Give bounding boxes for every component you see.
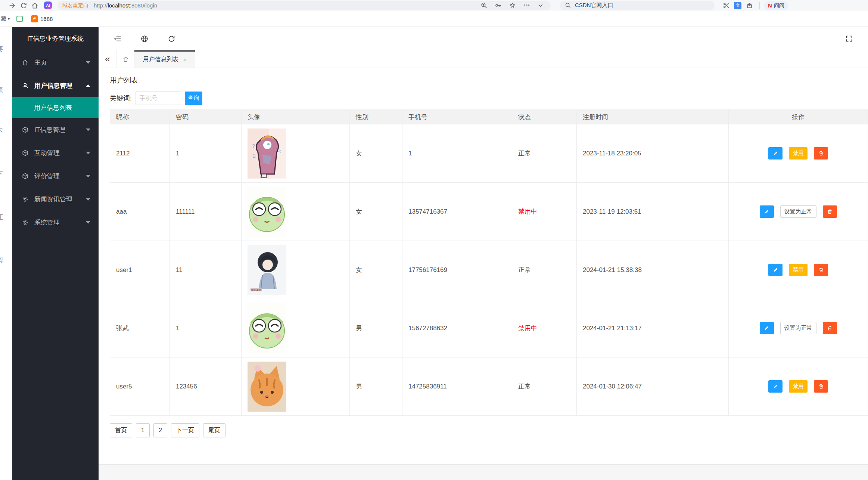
- reload-icon[interactable]: [18, 1, 29, 10]
- cell-gender: 女: [350, 183, 402, 241]
- cell-status: 正常: [512, 241, 577, 299]
- pencil-icon: [773, 384, 778, 389]
- tab-user-list[interactable]: 用户信息列表 ×: [134, 50, 195, 68]
- address-bar[interactable]: 域名重定向 http://localhost:8080/login: [58, 1, 551, 10]
- chevron-down-icon: [86, 175, 90, 177]
- tab-bar: « 用户信息列表 ×: [99, 50, 868, 68]
- table-row: user5 123456: [110, 357, 868, 416]
- delete-button[interactable]: [814, 380, 828, 393]
- cell-nickname: user5: [110, 357, 170, 416]
- forward-icon[interactable]: [7, 1, 18, 10]
- tab-label: 用户信息列表: [143, 56, 179, 64]
- sidebar-item-system[interactable]: 系统管理: [12, 211, 99, 234]
- sidebar-item-label: 主页: [34, 58, 47, 67]
- sidebar-subitem-user-list-active[interactable]: 用户信息列表: [12, 97, 99, 118]
- cell-nickname: 2112: [110, 124, 170, 183]
- collapse-tabs-icon[interactable]: «: [99, 50, 116, 68]
- table-row: user1 11 感知美好: [110, 241, 868, 299]
- tab-home[interactable]: [116, 50, 134, 68]
- trash-icon: [818, 267, 824, 273]
- clipped-glyph: 下: [0, 170, 3, 178]
- enable-button[interactable]: 设置为正常: [780, 205, 816, 218]
- keyword-input[interactable]: [136, 91, 181, 105]
- enable-button[interactable]: 设置为正常: [780, 322, 816, 334]
- cell-avatar: [242, 183, 350, 241]
- more-options-icon[interactable]: [521, 1, 532, 10]
- query-button[interactable]: 查询: [185, 92, 202, 105]
- bookmark-1688[interactable]: 1688: [31, 15, 53, 22]
- delete-button[interactable]: [823, 205, 837, 218]
- sidebar-item-user-management[interactable]: 用户信息管理: [12, 74, 99, 97]
- bookmarks-folder[interactable]: 藏 ▾: [1, 15, 10, 22]
- sidebar: IT信息业务管理系统 主页 用户信息管理 用户信息列表 IT信息管理 互动管理: [12, 27, 99, 480]
- disable-button[interactable]: 禁用: [789, 147, 808, 160]
- translate-icon[interactable]: 文: [734, 2, 741, 9]
- chevron-down-icon: [86, 61, 90, 64]
- col-header-gender: 性别: [350, 109, 402, 124]
- cell-registered: 2024-01-21 21:13:17: [577, 299, 729, 357]
- password-key-icon[interactable]: [492, 1, 504, 10]
- ai-extension-icon[interactable]: AI: [44, 1, 52, 9]
- fullscreen-icon[interactable]: [844, 34, 854, 44]
- search-suggestion-text: CSDN官网入口: [575, 2, 613, 9]
- frog-avatar: [248, 303, 286, 353]
- cell-actions: 设置为正常: [729, 183, 868, 241]
- cell-avatar: ? 2 <: [242, 124, 350, 183]
- scissors-icon[interactable]: [721, 1, 732, 10]
- home-icon[interactable]: [29, 1, 40, 10]
- cell-phone: 17756176169: [402, 241, 512, 299]
- left-clipped-strip: 要 素 不 下 证 阅: [0, 27, 12, 480]
- cell-nickname: user1: [110, 241, 170, 299]
- sidebar-item-review[interactable]: 评价管理: [12, 164, 99, 188]
- disable-button[interactable]: 禁用: [789, 264, 808, 276]
- table-row: 张武 1: [110, 299, 868, 357]
- pencil-icon: [764, 209, 769, 214]
- chevron-down-icon[interactable]: [535, 1, 546, 10]
- edit-button[interactable]: [768, 380, 783, 393]
- pagination-first[interactable]: 首页: [110, 423, 132, 437]
- url-text: http://localhost:8080/login: [94, 2, 478, 9]
- cell-actions: 禁用: [729, 124, 868, 183]
- cell-password: 1: [170, 124, 242, 183]
- delete-button[interactable]: [823, 322, 837, 334]
- cube-icon: [22, 149, 29, 157]
- hoodie-girl-avatar: ? 2 <: [248, 128, 286, 179]
- pagination-page-1[interactable]: 1: [136, 423, 150, 437]
- zoom-in-icon[interactable]: [478, 1, 489, 10]
- sidebar-item-interaction[interactable]: 互动管理: [12, 141, 99, 164]
- clipped-glyph: 要: [0, 45, 3, 53]
- pagination-next[interactable]: 下一页: [171, 423, 199, 437]
- delete-button[interactable]: [814, 147, 828, 160]
- sidebar-item-it-info[interactable]: IT信息管理: [12, 118, 99, 141]
- pagination-page-2[interactable]: 2: [153, 423, 167, 437]
- col-header-avatar: 头像: [242, 109, 350, 124]
- edit-button[interactable]: [760, 322, 774, 334]
- col-header-nickname: 昵称: [110, 109, 170, 124]
- content-area: « 用户信息列表 × 用户列表 关键词: 查询 昵称 密码 头像: [99, 27, 868, 480]
- bookmark-green-icon[interactable]: [16, 16, 23, 22]
- favorite-star-icon[interactable]: [507, 1, 518, 10]
- caret-down-icon: ▾: [8, 17, 10, 21]
- refresh-icon[interactable]: [167, 34, 176, 44]
- cell-registered: 2023-11-18 23:20:05: [577, 124, 729, 183]
- cell-gender: 女: [350, 124, 402, 183]
- pagination-last[interactable]: 尾页: [203, 423, 225, 437]
- extensions-puzzle-icon[interactable]: [744, 1, 755, 10]
- sidebar-item-home[interactable]: 主页: [12, 51, 99, 74]
- sidebar-item-news[interactable]: 新闻资讯管理: [12, 188, 99, 211]
- disable-button[interactable]: 禁用: [789, 380, 808, 393]
- edit-button[interactable]: [768, 147, 783, 160]
- assistant-extension[interactable]: N 问问: [764, 1, 788, 10]
- clipped-glyph: 素: [0, 86, 3, 95]
- globe-icon[interactable]: [140, 34, 149, 44]
- cell-actions: 禁用: [729, 241, 868, 299]
- edit-button[interactable]: [760, 205, 774, 218]
- svg-text:<: <: [278, 148, 281, 154]
- browser-search-suggestion[interactable]: CSDN官网入口: [560, 1, 715, 10]
- trash-icon: [818, 151, 824, 156]
- bookmarks-folder-label: 藏: [1, 15, 6, 22]
- menu-fold-icon[interactable]: [113, 34, 122, 44]
- edit-button[interactable]: [768, 264, 783, 276]
- close-icon[interactable]: ×: [183, 56, 187, 63]
- delete-button[interactable]: [814, 264, 828, 276]
